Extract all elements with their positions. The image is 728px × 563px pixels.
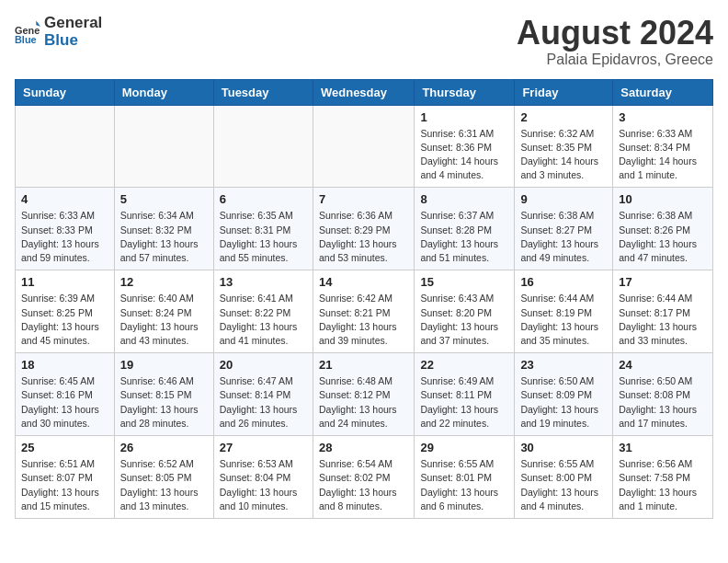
day-number: 19: [120, 358, 208, 372]
day-info: Sunrise: 6:54 AM Sunset: 8:02 PM Dayligh…: [319, 457, 408, 513]
calendar-cell: 16Sunrise: 6:44 AM Sunset: 8:19 PM Dayli…: [515, 270, 613, 353]
day-number: 16: [520, 275, 607, 289]
day-info: Sunrise: 6:44 AM Sunset: 8:17 PM Dayligh…: [619, 292, 707, 348]
calendar-cell: 18Sunrise: 6:45 AM Sunset: 8:16 PM Dayli…: [16, 353, 115, 436]
svg-text:Blue: Blue: [15, 34, 37, 45]
day-number: 26: [120, 441, 208, 454]
calendar-cell: [16, 105, 115, 188]
calendar-week-1: 1Sunrise: 6:31 AM Sunset: 8:36 PM Daylig…: [16, 105, 713, 188]
calendar-cell: 4Sunrise: 6:33 AM Sunset: 8:33 PM Daylig…: [16, 188, 115, 270]
day-number: 29: [420, 441, 508, 454]
month-title: August 2024: [517, 15, 713, 52]
day-number: 18: [21, 358, 108, 372]
day-header-thursday: Thursday: [415, 79, 515, 105]
calendar-cell: 3Sunrise: 6:33 AM Sunset: 8:34 PM Daylig…: [613, 105, 713, 188]
calendar-cell: 26Sunrise: 6:52 AM Sunset: 8:05 PM Dayli…: [114, 436, 213, 519]
day-info: Sunrise: 6:40 AM Sunset: 8:24 PM Dayligh…: [120, 292, 208, 348]
calendar-cell: [213, 105, 313, 188]
calendar-cell: [114, 105, 213, 188]
calendar-cell: 12Sunrise: 6:40 AM Sunset: 8:24 PM Dayli…: [114, 270, 213, 353]
days-header-row: SundayMondayTuesdayWednesdayThursdayFrid…: [16, 79, 713, 105]
day-number: 6: [220, 192, 307, 206]
calendar-cell: 29Sunrise: 6:55 AM Sunset: 8:01 PM Dayli…: [415, 436, 515, 519]
day-header-saturday: Saturday: [613, 79, 713, 105]
day-info: Sunrise: 6:38 AM Sunset: 8:27 PM Dayligh…: [520, 209, 607, 265]
day-number: 30: [520, 441, 607, 454]
day-info: Sunrise: 6:53 AM Sunset: 8:04 PM Dayligh…: [220, 457, 307, 513]
calendar-cell: 17Sunrise: 6:44 AM Sunset: 8:17 PM Dayli…: [613, 270, 713, 353]
day-info: Sunrise: 6:35 AM Sunset: 8:31 PM Dayligh…: [220, 209, 307, 265]
logo-general-text: General: [44, 15, 102, 32]
day-info: Sunrise: 6:42 AM Sunset: 8:21 PM Dayligh…: [319, 292, 408, 348]
calendar-week-3: 11Sunrise: 6:39 AM Sunset: 8:25 PM Dayli…: [16, 270, 713, 353]
day-info: Sunrise: 6:52 AM Sunset: 8:05 PM Dayligh…: [120, 457, 208, 513]
calendar-cell: 5Sunrise: 6:34 AM Sunset: 8:32 PM Daylig…: [114, 188, 213, 270]
day-info: Sunrise: 6:56 AM Sunset: 7:58 PM Dayligh…: [619, 457, 707, 513]
day-info: Sunrise: 6:39 AM Sunset: 8:25 PM Dayligh…: [21, 292, 108, 348]
calendar-cell: 6Sunrise: 6:35 AM Sunset: 8:31 PM Daylig…: [213, 188, 313, 270]
day-info: Sunrise: 6:55 AM Sunset: 8:01 PM Dayligh…: [420, 457, 508, 513]
calendar-cell: 20Sunrise: 6:47 AM Sunset: 8:14 PM Dayli…: [213, 353, 313, 436]
calendar-cell: 27Sunrise: 6:53 AM Sunset: 8:04 PM Dayli…: [213, 436, 313, 519]
day-info: Sunrise: 6:50 AM Sunset: 8:08 PM Dayligh…: [619, 374, 707, 431]
day-header-sunday: Sunday: [16, 79, 115, 105]
calendar-week-4: 18Sunrise: 6:45 AM Sunset: 8:16 PM Dayli…: [16, 353, 713, 436]
day-number: 23: [520, 358, 607, 372]
day-number: 22: [420, 358, 508, 372]
calendar-cell: 22Sunrise: 6:49 AM Sunset: 8:11 PM Dayli…: [415, 353, 515, 436]
day-number: 2: [520, 110, 607, 124]
day-info: Sunrise: 6:49 AM Sunset: 8:11 PM Dayligh…: [420, 374, 508, 431]
day-header-monday: Monday: [114, 79, 213, 105]
calendar-cell: 28Sunrise: 6:54 AM Sunset: 8:02 PM Dayli…: [313, 436, 414, 519]
day-number: 3: [619, 110, 707, 124]
calendar-cell: 30Sunrise: 6:55 AM Sunset: 8:00 PM Dayli…: [515, 436, 613, 519]
day-number: 9: [520, 192, 607, 206]
day-info: Sunrise: 6:47 AM Sunset: 8:14 PM Dayligh…: [220, 374, 307, 431]
day-info: Sunrise: 6:44 AM Sunset: 8:19 PM Dayligh…: [520, 292, 607, 348]
day-header-friday: Friday: [515, 79, 613, 105]
day-number: 24: [619, 358, 707, 372]
day-info: Sunrise: 6:37 AM Sunset: 8:28 PM Dayligh…: [420, 209, 508, 265]
location-title: Palaia Epidavros, Greece: [517, 52, 713, 68]
calendar-week-5: 25Sunrise: 6:51 AM Sunset: 8:07 PM Dayli…: [16, 436, 713, 519]
title-block: August 2024 Palaia Epidavros, Greece: [517, 15, 713, 68]
day-number: 21: [319, 358, 408, 372]
day-number: 27: [220, 441, 307, 454]
day-info: Sunrise: 6:46 AM Sunset: 8:15 PM Dayligh…: [120, 374, 208, 431]
day-number: 8: [420, 192, 508, 206]
calendar-cell: 19Sunrise: 6:46 AM Sunset: 8:15 PM Dayli…: [114, 353, 213, 436]
day-info: Sunrise: 6:38 AM Sunset: 8:26 PM Dayligh…: [619, 209, 707, 265]
calendar-cell: 23Sunrise: 6:50 AM Sunset: 8:09 PM Dayli…: [515, 353, 613, 436]
calendar-cell: 9Sunrise: 6:38 AM Sunset: 8:27 PM Daylig…: [515, 188, 613, 270]
calendar-cell: 31Sunrise: 6:56 AM Sunset: 7:58 PM Dayli…: [613, 436, 713, 519]
calendar-cell: 7Sunrise: 6:36 AM Sunset: 8:29 PM Daylig…: [313, 188, 414, 270]
day-number: 7: [319, 192, 408, 206]
day-number: 10: [619, 192, 707, 206]
day-info: Sunrise: 6:41 AM Sunset: 8:22 PM Dayligh…: [220, 292, 307, 348]
day-info: Sunrise: 6:45 AM Sunset: 8:16 PM Dayligh…: [21, 374, 108, 431]
day-info: Sunrise: 6:55 AM Sunset: 8:00 PM Dayligh…: [520, 457, 607, 513]
day-header-wednesday: Wednesday: [313, 79, 414, 105]
calendar-week-2: 4Sunrise: 6:33 AM Sunset: 8:33 PM Daylig…: [16, 188, 713, 270]
calendar-cell: [313, 105, 414, 188]
day-number: 28: [319, 441, 408, 454]
day-info: Sunrise: 6:31 AM Sunset: 8:36 PM Dayligh…: [420, 127, 508, 183]
day-number: 12: [120, 275, 208, 289]
logo-icon: General Blue: [15, 19, 40, 45]
calendar-cell: 24Sunrise: 6:50 AM Sunset: 8:08 PM Dayli…: [613, 353, 713, 436]
calendar-cell: 2Sunrise: 6:32 AM Sunset: 8:35 PM Daylig…: [515, 105, 613, 188]
day-number: 15: [420, 275, 508, 289]
logo: General Blue General Blue: [15, 15, 102, 49]
day-info: Sunrise: 6:43 AM Sunset: 8:20 PM Dayligh…: [420, 292, 508, 348]
calendar-cell: 8Sunrise: 6:37 AM Sunset: 8:28 PM Daylig…: [415, 188, 515, 270]
day-number: 17: [619, 275, 707, 289]
day-info: Sunrise: 6:36 AM Sunset: 8:29 PM Dayligh…: [319, 209, 408, 265]
calendar-header: SundayMondayTuesdayWednesdayThursdayFrid…: [16, 79, 713, 105]
calendar-body: 1Sunrise: 6:31 AM Sunset: 8:36 PM Daylig…: [16, 105, 713, 518]
day-info: Sunrise: 6:50 AM Sunset: 8:09 PM Dayligh…: [520, 374, 607, 431]
day-number: 5: [120, 192, 208, 206]
calendar-cell: 11Sunrise: 6:39 AM Sunset: 8:25 PM Dayli…: [16, 270, 115, 353]
day-info: Sunrise: 6:32 AM Sunset: 8:35 PM Dayligh…: [520, 127, 607, 183]
day-info: Sunrise: 6:51 AM Sunset: 8:07 PM Dayligh…: [21, 457, 108, 513]
page-header: General Blue General Blue August 2024 Pa…: [15, 15, 713, 68]
